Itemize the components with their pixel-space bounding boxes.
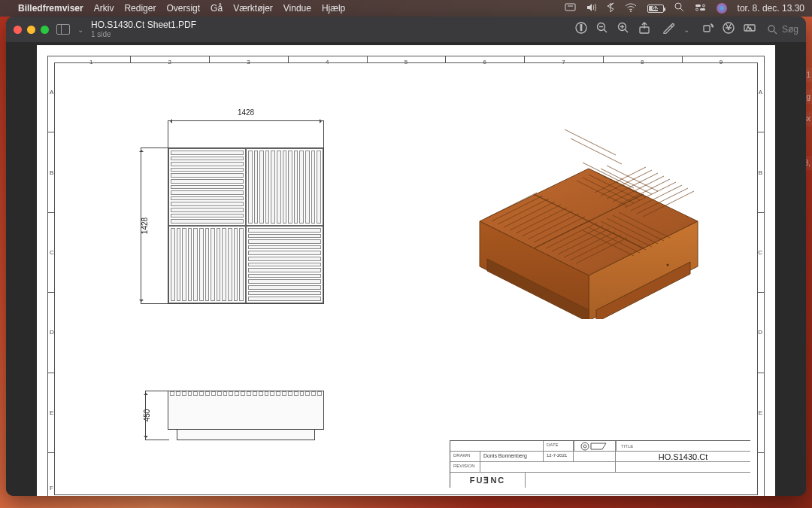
info-button[interactable] [575,22,587,37]
window-titlebar: ⌄ HO.S1430.Ct Sheet1.PDF 1 side ⌄ [6,17,806,42]
title-block: DATE TITLE DRAWN Donis Bonnenberg 12-7- [450,440,750,488]
row-label: E [50,409,53,415]
search-field[interactable]: Søg [768,24,798,35]
row-label: D [50,329,54,336]
menu-arkiv[interactable]: Arkiv [94,3,114,14]
tb-revision-label: REVISION [450,462,480,472]
sidebar-toggle-icon[interactable] [56,24,70,35]
svg-point-5 [702,5,704,7]
app-name[interactable]: Billedfremviser [18,3,83,14]
projection-symbol-icon [574,441,616,451]
tb-date-label: DATE [544,441,574,451]
row-label: E [759,409,762,415]
tb-drawn-by: Donis Bonnenberg [480,452,544,461]
spotlight-icon[interactable] [674,2,684,14]
svg-rect-4 [695,5,701,7]
window-subtitle: 1 side [91,30,196,38]
svg-rect-6 [700,8,705,11]
row-label: A [759,89,762,96]
share-button[interactable] [638,22,650,37]
dimension-width: 1428 [168,120,324,121]
row-label: B [759,169,762,175]
menu-hjaelp[interactable]: Hjælp [322,3,345,14]
svg-point-9 [580,25,582,26]
row-label: C [758,249,762,256]
bluetooth-icon[interactable] [607,2,614,15]
dimension-height: 450 [145,391,146,440]
svg-point-2 [630,11,632,12]
row-label: F [50,485,53,491]
row-label: A [50,89,53,96]
svg-rect-0 [565,4,575,11]
document-viewport[interactable]: 1 2 3 4 5 6 7 8 9 A A B B C C D D E E [6,42,806,496]
control-center-icon[interactable] [695,3,706,14]
mac-menubar: Billedfremviser Arkiv Rediger Oversigt G… [0,0,812,17]
wifi-icon[interactable] [625,3,637,14]
svg-point-3 [675,3,681,9]
svg-line-41 [565,129,616,155]
form-fill-button[interactable] [744,22,756,37]
window-title: HO.S1430.Ct Sheet1.PDF [91,20,196,30]
row-label: B [50,169,53,175]
rotate-button[interactable] [701,22,714,37]
volume-icon[interactable] [586,3,597,14]
row-label: C [50,249,54,256]
markup-menu-chevron-icon[interactable]: ⌄ [683,26,689,34]
tb-title-label: TITLE [621,444,746,449]
svg-point-7 [695,8,698,11]
siri-icon[interactable] [717,3,727,14]
isometric-render [465,123,713,319]
close-button[interactable] [14,26,22,34]
top-view: 1428 1428 [168,148,324,304]
menubar-clock[interactable]: tor. 8. dec. 13.30 [738,3,804,14]
zoom-out-button[interactable] [596,22,608,37]
svg-point-68 [667,264,669,266]
sidebar-menu-chevron-icon[interactable]: ⌄ [77,26,83,34]
preview-window: ⌄ HO.S1430.Ct Sheet1.PDF 1 side ⌄ [6,17,806,496]
front-view: 450 [168,391,324,430]
pdf-page: 1 2 3 4 5 6 7 8 9 A A B B C C D D E E [37,45,775,496]
menu-oversigt[interactable]: Oversigt [166,3,200,14]
drawing-outer-frame: 1 2 3 4 5 6 7 8 9 A A B B C C D D E E [47,56,765,496]
menu-vindue[interactable]: Vindue [283,3,311,14]
battery-icon[interactable]: 62 [647,5,664,13]
zoom-in-button[interactable] [617,22,629,37]
markup-button[interactable] [662,22,674,37]
svg-point-69 [581,443,589,450]
svg-point-70 [583,445,586,448]
dimension-depth: 1428 [141,148,141,304]
row-label: D [758,329,762,336]
svg-rect-1 [568,5,573,6]
minimize-button[interactable] [27,26,35,34]
tb-logo: FUƎNC [450,473,526,488]
svg-line-40 [571,138,622,164]
screenshare-icon[interactable] [565,3,576,14]
tb-date: 12-7-2021 [544,452,574,461]
svg-point-17 [768,26,774,32]
svg-rect-14 [704,26,710,32]
tb-drawn-label: DRAWN [450,452,480,461]
menu-gaa[interactable]: Gå [211,3,223,14]
tb-title: HO.S1430.Ct [620,452,746,461]
search-placeholder: Søg [782,24,798,35]
highlight-button[interactable] [723,22,735,37]
zoom-button[interactable] [41,26,49,34]
svg-rect-10 [580,27,581,31]
menu-vaerktoejer[interactable]: Værktøjer [233,3,273,14]
menu-rediger[interactable]: Rediger [124,3,156,14]
drawing-inner-frame: 1428 1428 [54,62,758,495]
window-traffic-lights [14,26,49,34]
